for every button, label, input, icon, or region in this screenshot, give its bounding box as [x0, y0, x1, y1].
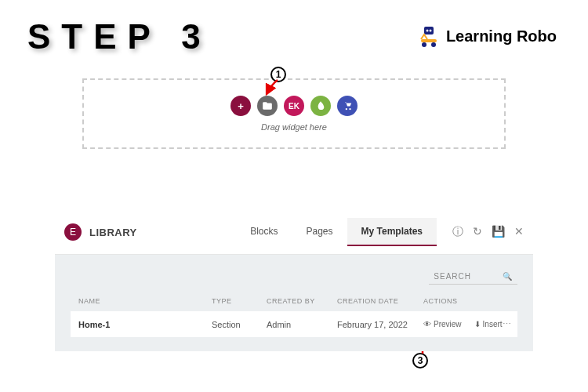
cart-icon[interactable]	[337, 96, 358, 116]
tab-my-templates[interactable]: My Templates	[347, 218, 437, 246]
more-icon[interactable]: ⋯	[503, 319, 514, 329]
row-name[interactable]: Home-1	[78, 320, 212, 329]
library-body: SEARCH 🔍 NAME TYPE CREATED BY CREATION D…	[55, 255, 533, 351]
col-by: CREATED BY	[267, 297, 337, 305]
search-label: SEARCH	[434, 272, 471, 281]
svg-rect-0	[424, 27, 434, 34]
insert-button[interactable]: ⬇ Insert	[474, 320, 503, 328]
library-title: LIBRARY	[89, 227, 137, 238]
row-date: February 17, 2022	[337, 320, 423, 329]
brand: Learning Robo	[416, 24, 557, 49]
close-icon[interactable]: ✕	[514, 225, 524, 239]
svg-point-5	[431, 42, 436, 47]
leaf-icon[interactable]	[310, 96, 331, 116]
elementor-icon: E	[64, 223, 82, 241]
svg-rect-3	[421, 39, 437, 42]
callout-3: 3	[412, 353, 428, 368]
ek-icon[interactable]: EK	[284, 96, 304, 116]
preview-button[interactable]: 👁 Preview	[423, 320, 462, 328]
svg-point-2	[429, 30, 431, 32]
col-date: CREATION DATE	[337, 297, 423, 305]
col-type: TYPE	[212, 297, 267, 305]
tab-pages[interactable]: Pages	[292, 218, 347, 246]
search-icon: 🔍	[503, 272, 513, 281]
library-header: E LIBRARY Blocks Pages My Templates ⓘ ↻ …	[55, 210, 533, 255]
row-by: Admin	[267, 320, 337, 329]
library-tabs: Blocks Pages My Templates	[236, 218, 437, 246]
info-icon[interactable]: ⓘ	[452, 225, 463, 239]
table-row: Home-1 Section Admin February 17, 2022 👁…	[71, 311, 517, 337]
step-heading: STEP 3	[27, 17, 212, 56]
robo-icon	[416, 24, 441, 49]
add-section-button[interactable]: +	[230, 96, 251, 116]
svg-point-6	[346, 108, 347, 110]
library-tools: ⓘ ↻ 💾 ✕	[452, 225, 524, 239]
arrow-1	[260, 77, 284, 100]
row-type: Section	[212, 320, 267, 329]
save-icon[interactable]: 💾	[492, 225, 505, 239]
drag-hint: Drag widget here	[261, 122, 327, 132]
col-actions: ACTIONS	[423, 297, 510, 305]
library-panel: E LIBRARY Blocks Pages My Templates ⓘ ↻ …	[55, 210, 533, 351]
svg-point-4	[422, 42, 426, 47]
svg-point-1	[426, 30, 428, 32]
brand-text: Learning Robo	[446, 27, 557, 45]
table-header: NAME TYPE CREATED BY CREATION DATE ACTIO…	[71, 294, 517, 308]
col-name: NAME	[78, 297, 212, 305]
search-input[interactable]: SEARCH 🔍	[429, 269, 517, 285]
editor-drop-zone[interactable]: + EK Drag widget here	[82, 78, 506, 149]
widget-button-row: + EK	[230, 96, 358, 116]
svg-point-7	[349, 108, 350, 110]
tab-blocks[interactable]: Blocks	[236, 218, 292, 246]
sync-icon[interactable]: ↻	[473, 225, 482, 239]
